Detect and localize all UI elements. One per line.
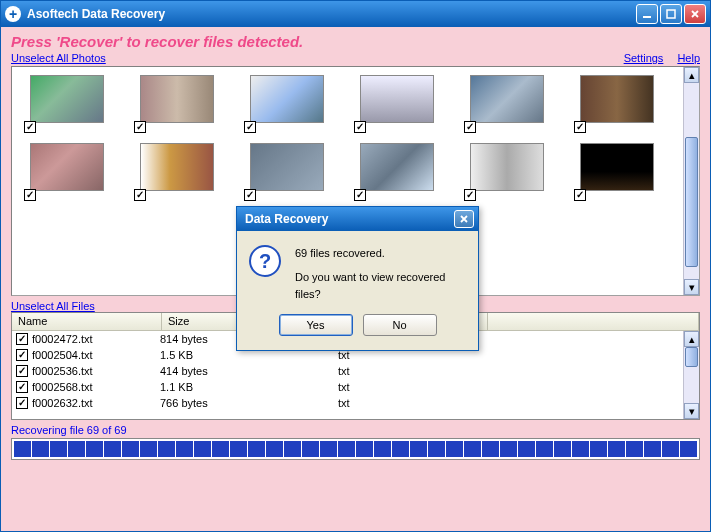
photo-checkbox[interactable] bbox=[574, 189, 586, 201]
settings-link[interactable]: Settings bbox=[624, 52, 664, 64]
scroll-up-icon[interactable]: ▴ bbox=[684, 331, 699, 347]
photo-thumbnail bbox=[30, 75, 104, 123]
photo-grid bbox=[24, 75, 695, 191]
scroll-up-icon[interactable]: ▴ bbox=[684, 67, 699, 83]
app-icon bbox=[5, 6, 21, 22]
scroll-thumb[interactable] bbox=[685, 137, 698, 267]
photo-item[interactable] bbox=[134, 75, 214, 123]
photo-checkbox[interactable] bbox=[354, 189, 366, 201]
scroll-down-icon[interactable]: ▾ bbox=[684, 403, 699, 419]
progress-segment bbox=[176, 441, 193, 457]
window-buttons bbox=[636, 4, 706, 24]
scroll-thumb[interactable] bbox=[685, 347, 698, 367]
table-row[interactable]: f0002632.txt766 bytestxt bbox=[12, 395, 699, 411]
unselect-all-files-link[interactable]: Unselect All Files bbox=[11, 300, 95, 312]
progress-segment bbox=[410, 441, 427, 457]
photo-item[interactable] bbox=[464, 75, 544, 123]
photo-item[interactable] bbox=[354, 75, 434, 123]
progress-segment bbox=[68, 441, 85, 457]
progress-segment bbox=[374, 441, 391, 457]
dialog-titlebar[interactable]: Data Recovery bbox=[237, 207, 478, 231]
photo-thumbnail bbox=[250, 75, 324, 123]
photo-checkbox[interactable] bbox=[134, 121, 146, 133]
dialog-buttons: Yes No bbox=[237, 314, 478, 350]
progress-segment bbox=[302, 441, 319, 457]
file-name: f0002472.txt bbox=[32, 333, 93, 345]
progress-segment bbox=[212, 441, 229, 457]
dialog-message-1: 69 files recovered. bbox=[295, 245, 466, 263]
photo-item[interactable] bbox=[244, 75, 324, 123]
progress-segment bbox=[320, 441, 337, 457]
file-checkbox[interactable] bbox=[16, 333, 28, 345]
window-title: Asoftech Data Recovery bbox=[27, 7, 636, 21]
file-name: f0002504.txt bbox=[32, 349, 93, 361]
photo-item[interactable] bbox=[24, 143, 104, 191]
progress-segment bbox=[392, 441, 409, 457]
table-row[interactable]: f0002568.txt1.1 KBtxt bbox=[12, 379, 699, 395]
progress-segment bbox=[536, 441, 553, 457]
maximize-button[interactable] bbox=[660, 4, 682, 24]
photo-checkbox[interactable] bbox=[464, 189, 476, 201]
photo-item[interactable] bbox=[574, 75, 654, 123]
progress-segment bbox=[338, 441, 355, 457]
photo-thumbnail bbox=[140, 75, 214, 123]
dialog-text: 69 files recovered. Do you want to view … bbox=[295, 245, 466, 304]
photo-item[interactable] bbox=[244, 143, 324, 191]
progress-segment bbox=[500, 441, 517, 457]
no-button[interactable]: No bbox=[363, 314, 437, 336]
file-size: 1.5 KB bbox=[160, 349, 338, 361]
help-link[interactable]: Help bbox=[677, 52, 700, 64]
photo-thumbnail bbox=[360, 75, 434, 123]
photo-checkbox[interactable] bbox=[24, 121, 36, 133]
file-name: f0002536.txt bbox=[32, 365, 93, 377]
close-button[interactable] bbox=[684, 4, 706, 24]
photo-checkbox[interactable] bbox=[464, 121, 476, 133]
progress-segment bbox=[518, 441, 535, 457]
titlebar[interactable]: Asoftech Data Recovery bbox=[1, 1, 710, 27]
progress-segment bbox=[608, 441, 625, 457]
photo-checkbox[interactable] bbox=[134, 189, 146, 201]
file-checkbox[interactable] bbox=[16, 381, 28, 393]
file-checkbox[interactable] bbox=[16, 349, 28, 361]
file-size: 414 bytes bbox=[160, 365, 338, 377]
file-scrollbar[interactable]: ▴ ▾ bbox=[683, 331, 699, 419]
file-ext: txt bbox=[338, 397, 486, 409]
photo-item[interactable] bbox=[24, 75, 104, 123]
top-link-row: Unselect All Photos Settings Help bbox=[11, 52, 700, 64]
photo-thumbnail bbox=[360, 143, 434, 191]
col-name-header[interactable]: Name bbox=[12, 313, 162, 330]
photo-item[interactable] bbox=[134, 143, 214, 191]
question-icon: ? bbox=[249, 245, 281, 277]
progress-segment bbox=[428, 441, 445, 457]
photo-checkbox[interactable] bbox=[574, 121, 586, 133]
progress-segment bbox=[158, 441, 175, 457]
file-name: f0002568.txt bbox=[32, 381, 93, 393]
status-text: Recovering file 69 of 69 bbox=[11, 424, 700, 436]
minimize-button[interactable] bbox=[636, 4, 658, 24]
dialog-close-button[interactable] bbox=[454, 210, 474, 228]
app-window: Asoftech Data Recovery Press 'Recover' t… bbox=[0, 0, 711, 532]
file-size: 1.1 KB bbox=[160, 381, 338, 393]
photo-checkbox[interactable] bbox=[244, 121, 256, 133]
file-size: 766 bytes bbox=[160, 397, 338, 409]
photo-item[interactable] bbox=[464, 143, 544, 191]
scroll-down-icon[interactable]: ▾ bbox=[684, 279, 699, 295]
unselect-all-photos-link[interactable]: Unselect All Photos bbox=[11, 52, 106, 64]
file-checkbox[interactable] bbox=[16, 365, 28, 377]
photo-checkbox[interactable] bbox=[354, 121, 366, 133]
photo-item[interactable] bbox=[354, 143, 434, 191]
photo-item[interactable] bbox=[574, 143, 654, 191]
photo-scrollbar[interactable]: ▴ ▾ bbox=[683, 67, 699, 295]
progress-segment bbox=[356, 441, 373, 457]
progress-bar bbox=[11, 438, 700, 460]
photo-checkbox[interactable] bbox=[244, 189, 256, 201]
progress-segment bbox=[626, 441, 643, 457]
photo-checkbox[interactable] bbox=[24, 189, 36, 201]
progress-segment bbox=[104, 441, 121, 457]
table-row[interactable]: f0002536.txt414 bytestxt bbox=[12, 363, 699, 379]
progress-segment bbox=[644, 441, 661, 457]
progress-segment bbox=[284, 441, 301, 457]
file-checkbox[interactable] bbox=[16, 397, 28, 409]
file-ext: txt bbox=[338, 381, 486, 393]
yes-button[interactable]: Yes bbox=[279, 314, 353, 336]
